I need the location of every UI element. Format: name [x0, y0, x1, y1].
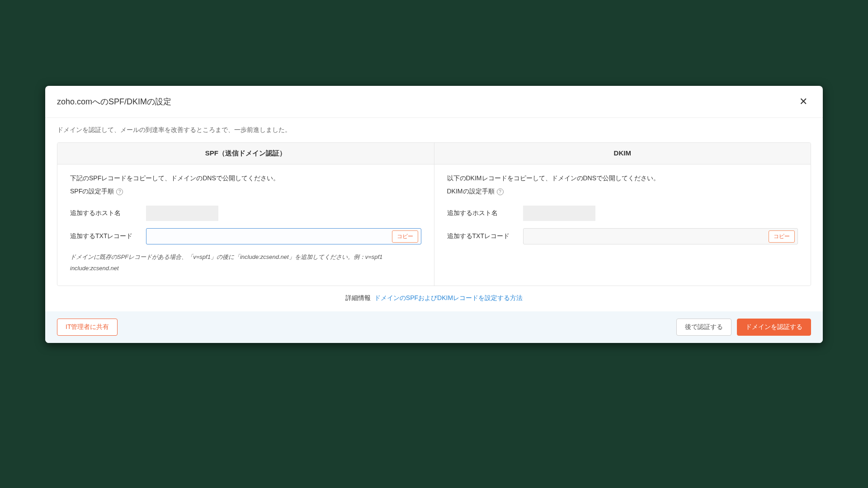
dkim-txt-label: 追加するTXTレコード: [447, 232, 523, 240]
details-label: 詳細情報: [345, 294, 371, 301]
spf-copy-button[interactable]: コピー: [392, 230, 418, 243]
spf-instruction: 下記のSPFレコードをコピーして、ドメインのDNSで公開してください。: [70, 174, 421, 183]
modal-title: zoho.comへのSPF/DKIMの設定: [57, 96, 171, 107]
dkim-txt-row: 追加するTXTレコード コピー: [447, 228, 798, 244]
spf-steps-label: SPFの設定手順: [70, 188, 114, 196]
spf-host-value[interactable]: [146, 206, 218, 221]
spf-note: ドメインに既存のSPFレコードがある場合、「v=spf1」の後に「include…: [70, 252, 421, 274]
dkim-copy-button[interactable]: コピー: [769, 230, 795, 243]
dkim-host-row: 追加するホスト名: [447, 206, 798, 221]
records-table: SPF（送信ドメイン認証） DKIM 下記のSPFレコードをコピーして、ドメイン…: [57, 142, 811, 286]
footer-right: 後で認証する ドメインを認証する: [676, 319, 811, 336]
modal-header: zoho.comへのSPF/DKIMの設定 ✕: [45, 86, 823, 118]
spf-txt-label: 追加するTXTレコード: [70, 232, 146, 240]
spf-column: 下記のSPFレコードをコピーして、ドメインのDNSで公開してください。 SPFの…: [57, 164, 434, 286]
verify-later-button[interactable]: 後で認証する: [676, 319, 731, 336]
dkim-host-label: 追加するホスト名: [447, 209, 523, 217]
details-row: 詳細情報 ドメインのSPFおよびDKIMレコードを設定する方法: [57, 286, 811, 311]
spf-txt-field[interactable]: コピー: [146, 228, 421, 244]
close-button[interactable]: ✕: [796, 94, 811, 109]
spf-host-row: 追加するホスト名: [70, 206, 421, 221]
dkim-header: DKIM: [434, 143, 811, 164]
spf-steps-link[interactable]: SPFの設定手順 ?: [70, 188, 123, 196]
modal-body: ドメインを認証して、メールの到達率を改善するところまで、一歩前進しました。 SP…: [45, 118, 823, 311]
spf-host-label: 追加するホスト名: [70, 209, 146, 217]
close-icon: ✕: [799, 96, 807, 107]
dkim-steps-link[interactable]: DKIMの設定手順 ?: [447, 188, 504, 196]
dkim-host-value[interactable]: [523, 206, 595, 221]
dkim-instruction: 以下のDKIMレコードをコピーして、ドメインのDNSで公開してください。: [447, 174, 798, 183]
dkim-txt-field[interactable]: コピー: [523, 228, 798, 244]
details-link[interactable]: ドメインのSPFおよびDKIMレコードを設定する方法: [374, 294, 523, 301]
dkim-steps-label: DKIMの設定手順: [447, 188, 495, 196]
help-icon: ?: [497, 188, 504, 195]
verify-domain-button[interactable]: ドメインを認証する: [737, 319, 811, 336]
spf-txt-row: 追加するTXTレコード コピー: [70, 228, 421, 244]
dkim-column: 以下のDKIMレコードをコピーして、ドメインのDNSで公開してください。 DKI…: [434, 164, 811, 286]
share-it-admin-button[interactable]: IT管理者に共有: [57, 319, 118, 336]
table-body: 下記のSPFレコードをコピーして、ドメインのDNSで公開してください。 SPFの…: [57, 164, 811, 286]
modal-footer: IT管理者に共有 後で認証する ドメインを認証する: [45, 311, 823, 343]
spf-dkim-modal: zoho.comへのSPF/DKIMの設定 ✕ ドメインを認証して、メールの到達…: [45, 86, 823, 343]
help-icon: ?: [116, 188, 123, 195]
table-header-row: SPF（送信ドメイン認証） DKIM: [57, 143, 811, 164]
spf-header: SPF（送信ドメイン認証）: [57, 143, 434, 164]
intro-text: ドメインを認証して、メールの到達率を改善するところまで、一歩前進しました。: [57, 126, 811, 134]
